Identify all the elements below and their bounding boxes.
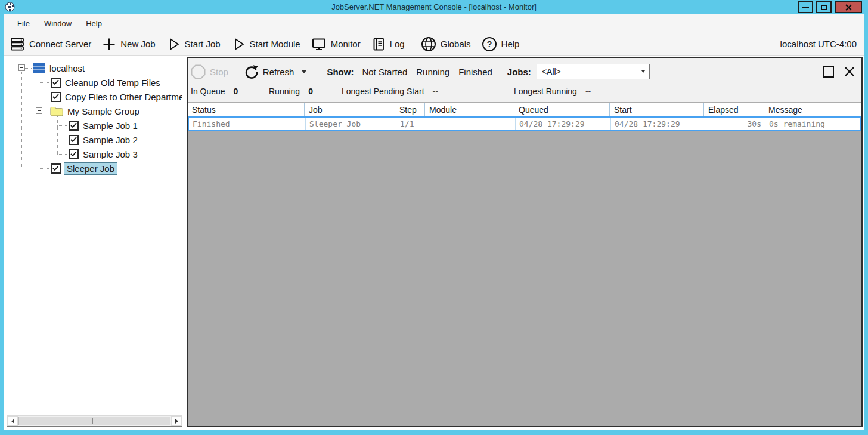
minimize-button[interactable] [798,1,813,13]
stat-value: 0 [308,87,313,96]
tree-connector-line [57,125,67,126]
job-tree: localhost Cleanup Old Temp Files Copy Fi… [7,58,182,415]
tree-item-sample-job-1[interactable]: Sample Job 1 [69,118,138,132]
job-tree-panel: localhost Cleanup Old Temp Files Copy Fi… [7,58,182,427]
tree-item-label[interactable]: Cleanup Old Temp Files [65,78,160,88]
jobs-filter-value: <All> [542,67,561,76]
menu-help[interactable]: Help [79,17,109,30]
server-timezone-status: localhost UTC-4:00 [780,39,857,49]
menubar: File Window Help [4,14,864,32]
checkbox-checked[interactable] [51,163,61,174]
jobs-table: Status Job Step Module Queued Start Elap… [188,102,861,131]
checkbox-checked[interactable] [69,121,79,131]
close-icon [845,4,852,11]
window-controls [798,1,862,13]
play-icon [166,37,181,51]
tree-item-my-sample-group[interactable]: My Sample Group [50,104,140,118]
column-header-elapsed[interactable]: Elapsed [704,103,764,116]
stat-label: Running [269,87,300,96]
checkbox-checked[interactable] [51,92,61,102]
checkbox-checked[interactable] [51,78,61,88]
monitor-label: Monitor [331,39,361,49]
log-label: Log [390,39,405,49]
stat-running: Running 0 [269,87,313,96]
filter-finished[interactable]: Finished [458,67,492,77]
log-button[interactable]: Log [371,37,405,51]
tree-item-sample-job-3[interactable]: Sample Job 3 [69,147,138,161]
column-header-job[interactable]: Job [305,103,395,116]
refresh-button[interactable]: Refresh [244,64,307,79]
tree-item-sample-job-2[interactable]: Sample Job 2 [69,132,138,147]
plus-icon [102,37,116,51]
panel-maximize-button[interactable] [823,66,834,78]
tree-item-label[interactable]: Sample Job 3 [83,149,138,159]
tree-item-label[interactable]: Sample Job 1 [83,121,138,131]
filter-not-started[interactable]: Not Started [362,67,407,77]
checkbox-checked[interactable] [69,135,79,145]
tree-expander-my-sample-group[interactable] [36,107,42,114]
tree-item-label[interactable]: Sample Job 2 [83,135,138,145]
column-header-message[interactable]: Message [764,103,861,116]
filter-running[interactable]: Running [416,67,450,77]
tree-item-label-selected[interactable]: Sleeper Job [64,162,117,175]
jobs-filter-dropdown[interactable]: <All> [537,64,650,79]
column-header-start[interactable]: Start [610,103,704,116]
column-header-queued[interactable]: Queued [514,103,610,116]
column-header-step[interactable]: Step [395,103,425,116]
tree-item-sleeper-job[interactable]: Sleeper Job [51,161,117,175]
tree-connector-line [21,72,22,169]
titlebar: JobServer.NET Management Console - [loca… [0,0,868,14]
refresh-label: Refresh [263,67,294,77]
maximize-button[interactable] [816,1,832,13]
panel-close-button[interactable] [844,66,855,78]
tree-connector-line [39,168,49,169]
column-header-module[interactable]: Module [425,103,514,116]
log-icon [371,37,386,51]
tree-item-copy-files[interactable]: Copy Files to Other Departmen [51,90,182,104]
scroll-right-button[interactable] [171,416,182,426]
server-icon [33,63,45,73]
tree-item-label[interactable]: My Sample Group [67,106,140,116]
tree-item-label[interactable]: localhost [49,63,85,73]
chevron-down-icon [641,70,645,73]
column-header-status[interactable]: Status [188,103,305,116]
cell-status: Finished [189,118,306,130]
scrollbar-thumb[interactable] [18,417,170,425]
start-module-button[interactable]: Start Module [231,37,300,51]
new-job-button[interactable]: New Job [102,37,155,51]
scroll-left-button[interactable] [7,416,18,426]
monitor-icon [311,36,327,52]
checkmark-icon [52,94,59,100]
tree-item-label[interactable]: Copy Files to Other Departmen [65,92,182,102]
monitor-button[interactable]: Monitor [311,36,361,52]
cell-module [426,118,516,130]
stop-button[interactable]: Stop [191,64,228,79]
tree-expander-localhost[interactable] [18,64,25,71]
connect-server-button[interactable]: Connect Server [10,36,91,52]
chevron-down-icon[interactable] [302,70,306,73]
cell-message: 0s remaining [765,118,860,130]
close-button[interactable] [835,1,862,13]
stat-value: 0 [234,87,238,96]
server-icon [10,36,25,52]
connect-server-label: Connect Server [29,39,91,49]
cell-job: Sleeper Job [306,118,396,130]
jobs-label: Jobs: [507,67,531,77]
table-row-selected[interactable]: Finished Sleeper Job 1/1 04/28 17:29:29 … [188,116,861,131]
tree-item-localhost[interactable]: localhost [33,61,85,75]
stat-longest-pending-start: Longest Pending Start -- [342,87,438,96]
stat-longest-running: Longest Running -- [514,87,591,96]
tree-item-cleanup-old-temp-files[interactable]: Cleanup Old Temp Files [51,75,160,90]
checkbox-checked[interactable] [69,149,79,159]
start-job-button[interactable]: Start Job [166,37,221,51]
monitor-empty-area [188,131,861,426]
menu-window[interactable]: Window [37,17,79,30]
tree-horizontal-scrollbar[interactable] [7,415,182,426]
monitor-panel: Stop Refresh Show: Not Started Running F… [187,57,863,427]
globals-button[interactable]: Globals [421,36,471,52]
checkmark-icon [70,137,77,143]
help-button[interactable]: ? Help [482,36,520,52]
globe-icon [421,36,436,52]
cell-queued: 04/28 17:29:29 [516,118,611,130]
menu-file[interactable]: File [10,17,37,30]
